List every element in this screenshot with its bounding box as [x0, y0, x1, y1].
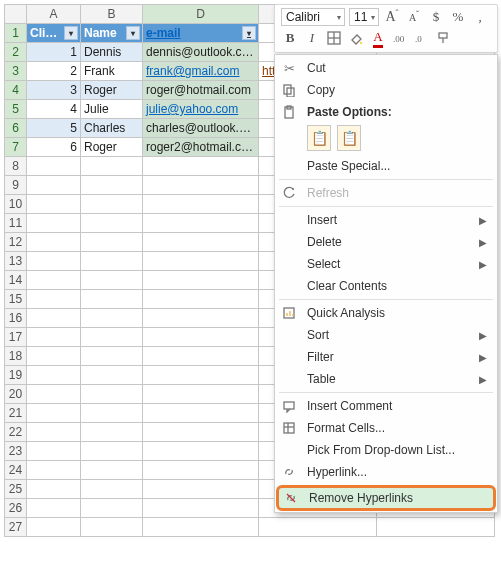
cell[interactable]: [81, 290, 143, 309]
cell[interactable]: [143, 461, 259, 480]
cell[interactable]: [27, 442, 81, 461]
cell[interactable]: [81, 366, 143, 385]
row-header[interactable]: 25: [5, 480, 27, 499]
cell[interactable]: roger@hotmail.com: [143, 81, 259, 100]
row-header[interactable]: 2: [5, 43, 27, 62]
menu-cut[interactable]: ✂ Cut: [277, 57, 495, 79]
row-header[interactable]: 3: [5, 62, 27, 81]
cell[interactable]: [81, 461, 143, 480]
cell[interactable]: [143, 480, 259, 499]
font-color-icon[interactable]: A: [369, 29, 387, 47]
paste-option-values[interactable]: 📋: [337, 125, 361, 151]
col-header-D[interactable]: D: [143, 5, 259, 24]
menu-copy[interactable]: Copy: [277, 79, 495, 101]
cell[interactable]: [81, 480, 143, 499]
cell[interactable]: [143, 271, 259, 290]
menu-filter[interactable]: Filter ▶: [277, 346, 495, 368]
cell[interactable]: Frank: [81, 62, 143, 81]
cell[interactable]: [27, 499, 81, 518]
row-header[interactable]: 4: [5, 81, 27, 100]
menu-remove-hyperlinks[interactable]: Remove Hyperlinks: [276, 485, 496, 511]
menu-clear-contents[interactable]: Clear Contents: [277, 275, 495, 297]
cell[interactable]: dennis@outlook.com: [143, 43, 259, 62]
cell[interactable]: roger2@hotmail.com: [143, 138, 259, 157]
cell[interactable]: Julie: [81, 100, 143, 119]
italic-button[interactable]: I: [303, 29, 321, 47]
row-header[interactable]: 7: [5, 138, 27, 157]
row-header[interactable]: 18: [5, 347, 27, 366]
cell[interactable]: 5: [27, 119, 81, 138]
cell[interactable]: [27, 176, 81, 195]
increase-decimal-icon[interactable]: .00: [391, 29, 409, 47]
col-header-B[interactable]: B: [81, 5, 143, 24]
cell[interactable]: [377, 518, 495, 537]
row-header[interactable]: 24: [5, 461, 27, 480]
menu-insert[interactable]: Insert ▶: [277, 209, 495, 231]
row-header[interactable]: 17: [5, 328, 27, 347]
cell[interactable]: Roger: [81, 81, 143, 100]
cell[interactable]: [27, 157, 81, 176]
filter-button-icon[interactable]: ▾: [126, 26, 140, 40]
cell[interactable]: [81, 423, 143, 442]
cell[interactable]: [81, 195, 143, 214]
row-header[interactable]: 15: [5, 290, 27, 309]
cell[interactable]: [81, 499, 143, 518]
cell[interactable]: [27, 290, 81, 309]
cell[interactable]: [27, 195, 81, 214]
cell[interactable]: charles@outlook.com: [143, 119, 259, 138]
cell[interactable]: [27, 423, 81, 442]
cell[interactable]: [27, 385, 81, 404]
row-header[interactable]: 20: [5, 385, 27, 404]
row-header[interactable]: 9: [5, 176, 27, 195]
row-header[interactable]: 8: [5, 157, 27, 176]
menu-pick-from-list[interactable]: Pick From Drop-down List...: [277, 439, 495, 461]
bold-button[interactable]: B: [281, 29, 299, 47]
cell[interactable]: [143, 328, 259, 347]
cell[interactable]: [27, 328, 81, 347]
cell[interactable]: Dennis: [81, 43, 143, 62]
table-header-email[interactable]: e-mail ▾: [143, 24, 259, 43]
cell[interactable]: [143, 404, 259, 423]
paste-option-default[interactable]: 📋: [307, 125, 331, 151]
menu-table[interactable]: Table ▶: [277, 368, 495, 390]
cell[interactable]: 4: [27, 100, 81, 119]
cell[interactable]: [27, 252, 81, 271]
cell[interactable]: [81, 233, 143, 252]
cell[interactable]: [81, 176, 143, 195]
cell[interactable]: [81, 309, 143, 328]
filter-button-icon[interactable]: ▾: [64, 26, 78, 40]
table-header-client[interactable]: Client# ▾: [27, 24, 81, 43]
fill-color-icon[interactable]: [347, 29, 365, 47]
cell[interactable]: [143, 347, 259, 366]
font-name-select[interactable]: Calibri ▾: [281, 8, 345, 26]
cell[interactable]: [143, 157, 259, 176]
cell[interactable]: 1: [27, 43, 81, 62]
cell[interactable]: [143, 252, 259, 271]
cell[interactable]: 6: [27, 138, 81, 157]
row-header[interactable]: 11: [5, 214, 27, 233]
cell[interactable]: [143, 423, 259, 442]
email-link[interactable]: julie@yahoo.com: [146, 102, 238, 116]
row-header[interactable]: 13: [5, 252, 27, 271]
row-header[interactable]: 1: [5, 24, 27, 43]
cell[interactable]: [143, 195, 259, 214]
cell[interactable]: [27, 366, 81, 385]
row-header[interactable]: 10: [5, 195, 27, 214]
menu-quick-analysis[interactable]: Quick Analysis: [277, 302, 495, 324]
cell[interactable]: [143, 385, 259, 404]
cell[interactable]: [27, 214, 81, 233]
row-header[interactable]: 16: [5, 309, 27, 328]
cell[interactable]: [259, 518, 377, 537]
cell[interactable]: [81, 271, 143, 290]
cell[interactable]: [81, 157, 143, 176]
cell[interactable]: [27, 461, 81, 480]
cell[interactable]: [143, 214, 259, 233]
cell[interactable]: [143, 499, 259, 518]
cell[interactable]: 3: [27, 81, 81, 100]
menu-paste-special[interactable]: Paste Special...: [277, 155, 495, 177]
cell[interactable]: [27, 404, 81, 423]
cell[interactable]: [81, 252, 143, 271]
cell[interactable]: [81, 328, 143, 347]
format-painter-icon[interactable]: [435, 29, 453, 47]
cell[interactable]: [143, 309, 259, 328]
